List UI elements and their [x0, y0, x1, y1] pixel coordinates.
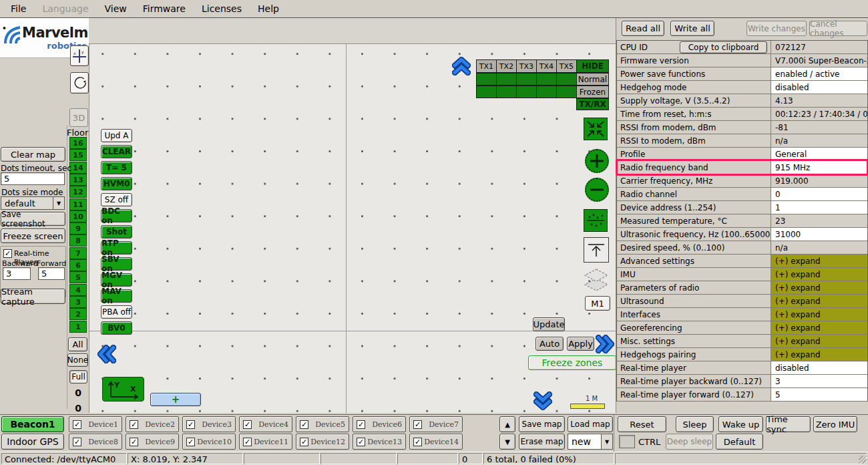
floor-button-11[interactable]: 11 [69, 198, 87, 210]
floor-button-1[interactable]: 1 [69, 321, 87, 333]
floors-full-button[interactable]: Full [69, 370, 87, 383]
floor-button-4[interactable]: 4 [69, 284, 87, 296]
floor-button-15[interactable]: 15 [69, 149, 87, 161]
update-button[interactable]: Update [533, 317, 565, 331]
device-toggle-device3[interactable]: ✓Device3 [182, 416, 236, 432]
tx-cell-tx5-frozen[interactable] [556, 86, 577, 98]
zoom-in-button[interactable] [585, 149, 609, 173]
setting-value[interactable]: 915 MHz [771, 161, 867, 174]
apply-button[interactable]: Apply [567, 337, 594, 351]
forward-input[interactable]: 5 [38, 267, 65, 280]
collapse-left-icon[interactable] [97, 345, 116, 363]
tx-cell-tx4-frozen[interactable] [536, 86, 557, 98]
tx-cell-tx4-normal[interactable] [536, 73, 557, 86]
setting-value[interactable]: (+) expand [771, 308, 867, 321]
setting-value[interactable]: disabled [771, 361, 867, 374]
device-toggle-device1[interactable]: ✓Device1 [69, 416, 122, 432]
ctrl-checkbox[interactable] [619, 435, 635, 448]
device-toggle-device5[interactable]: ✓Device5 [296, 416, 349, 432]
backward-input[interactable]: 3 [3, 267, 31, 280]
setting-value[interactable]: (+) expand [771, 295, 867, 307]
map-button-mgv-on[interactable]: MGV on [101, 273, 132, 287]
setting-value[interactable]: enabled / active [771, 67, 867, 80]
erase-map-button[interactable]: Erase map [519, 434, 565, 450]
device-checkbox[interactable]: ✓ [243, 438, 252, 446]
dots-timeout-input[interactable]: 5 [1, 172, 65, 185]
device-toggle-device13[interactable]: ✓Device13 [353, 434, 406, 450]
map-button-clear[interactable]: CLEAR [101, 145, 132, 158]
collapse-up-icon[interactable] [452, 57, 471, 75]
device-toggle-device11[interactable]: ✓Device11 [239, 434, 292, 450]
collapse-down-icon[interactable] [533, 392, 552, 410]
setting-value[interactable]: 5 [771, 388, 867, 401]
menu-firmware[interactable]: Firmware [136, 1, 192, 16]
setting-value[interactable]: 1 [771, 201, 867, 214]
realtime-player-checkbox[interactable]: ✓ [3, 249, 12, 258]
device-checkbox[interactable]: ✓ [357, 438, 365, 446]
map-button-mav-on[interactable]: MAV on [101, 289, 132, 303]
map-button-pba-off[interactable]: PBA off [101, 305, 132, 319]
map-button-sbv-on[interactable]: SBV on [101, 257, 132, 271]
tx-cell-tx3-normal[interactable] [516, 73, 537, 86]
tx-txrx-button[interactable]: TX/RX [576, 98, 609, 110]
setting-value[interactable]: General [771, 148, 867, 160]
device-checkbox[interactable]: ✓ [300, 438, 308, 446]
reset-button[interactable]: Reset [618, 416, 666, 432]
setting-value[interactable]: (+) expand [771, 268, 867, 281]
map-button-t-5[interactable]: T= 5 [101, 161, 132, 174]
setting-value[interactable]: 3 [771, 375, 867, 388]
deep-sleep-button[interactable]: Deep sleep [666, 434, 713, 450]
layers-button[interactable] [582, 268, 610, 292]
device-toggle-device12[interactable]: ✓Device12 [296, 434, 349, 450]
floor-button-9[interactable]: 9 [69, 222, 87, 235]
m1-button[interactable]: M1 [585, 296, 610, 311]
setting-value[interactable]: (+) expand [771, 255, 867, 267]
indoor-gps-tab[interactable]: Indoor GPS [1, 434, 64, 450]
tx-hide-button[interactable]: HIDE [576, 59, 609, 73]
upload-map-button[interactable] [584, 237, 609, 263]
device-checkbox[interactable]: ✓ [413, 420, 422, 429]
freeze-screen-button[interactable]: Freeze screen [1, 228, 65, 243]
floor-button-6[interactable]: 6 [69, 259, 87, 271]
floor-button-14[interactable]: 14 [69, 162, 87, 174]
save-screenshot-button[interactable]: Save screenshot [1, 212, 65, 226]
device-checkbox[interactable]: ✓ [357, 420, 365, 429]
menu-view[interactable]: View [98, 1, 134, 16]
time-sync-button[interactable]: Time sync [766, 416, 811, 432]
menu-licenses[interactable]: Licenses [195, 1, 248, 16]
device-checkbox[interactable]: ✓ [73, 438, 81, 446]
device-toggle-device14[interactable]: ✓Device14 [409, 434, 463, 450]
fit-to-content-button[interactable] [584, 118, 608, 140]
cancel-changes-button[interactable]: Cancel changes [809, 21, 867, 36]
expand-right-icon[interactable] [596, 335, 614, 353]
floor-button-3[interactable]: 3 [69, 296, 87, 308]
wake-up-button[interactable]: Wake up [718, 416, 763, 432]
view-3d-button[interactable]: 3D [69, 108, 88, 127]
devices-scroll-up-button[interactable]: ▲ [499, 416, 515, 432]
setting-value[interactable]: (+) expand [771, 335, 867, 347]
clear-map-button[interactable]: Clear map [1, 147, 65, 162]
freeze-zones-button[interactable]: Freeze zones [528, 355, 616, 370]
setting-value[interactable]: (+) expand [771, 321, 867, 334]
tx-cell-tx5-normal[interactable] [556, 73, 577, 86]
tx-label-frozen[interactable]: Frozen [576, 86, 609, 98]
tx-cell-tx1-frozen[interactable] [476, 86, 497, 98]
device-toggle-device2[interactable]: ✓Device2 [126, 416, 179, 432]
add-submap-button[interactable]: + [150, 393, 201, 406]
dots-size-select[interactable]: default ▼ [1, 196, 65, 210]
device-checkbox[interactable]: ✓ [186, 438, 195, 446]
device-checkbox[interactable]: ✓ [243, 420, 252, 429]
write-changes-button[interactable]: Write changes [746, 21, 807, 36]
axis-legend[interactable]: Y X [102, 377, 144, 402]
read-all-button[interactable]: Read all [622, 21, 664, 36]
floor-button-13[interactable]: 13 [69, 174, 87, 186]
setting-value[interactable]: (+) expand [771, 348, 867, 361]
device-checkbox[interactable]: ✓ [186, 420, 195, 429]
map-canvas[interactable]: Upd ACLEART= 5HVM0SZ offBDC onShotRTP on… [89, 43, 616, 413]
default-button[interactable]: Default [716, 434, 763, 450]
device-toggle-device8[interactable]: ✓Device8 [69, 434, 122, 450]
map-button-upd-a[interactable]: Upd A [101, 129, 132, 142]
auto-button[interactable]: Auto [535, 337, 564, 351]
device-checkbox[interactable]: ✓ [413, 438, 422, 446]
map-button-bv0[interactable]: BV0 [101, 321, 132, 335]
